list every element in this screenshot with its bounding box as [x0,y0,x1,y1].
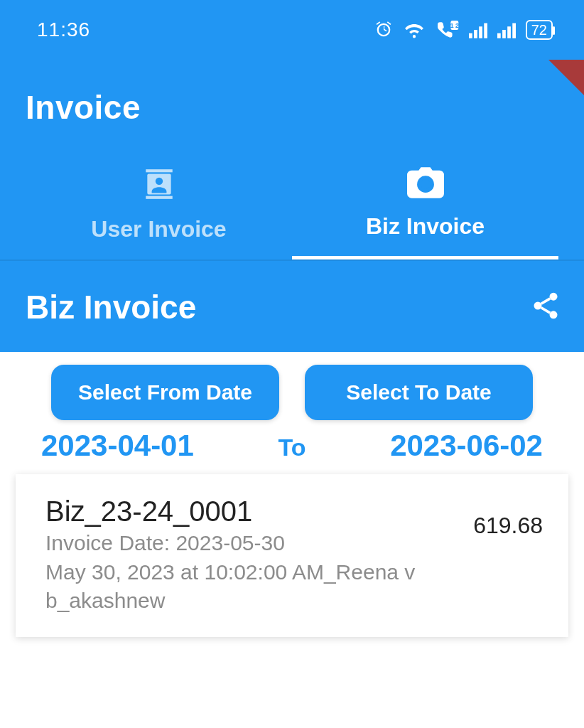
tab-label: Biz Invoice [366,213,485,240]
svg-rect-4 [479,26,482,38]
section-header: Biz Invoice [0,259,584,352]
select-from-date-button[interactable]: Select From Date [51,365,279,420]
camera-icon [407,166,444,199]
invoice-id: Biz_23-24_0001 [45,496,459,528]
svg-rect-10 [146,169,173,172]
tab-biz-invoice[interactable]: Biz Invoice [292,161,558,259]
app-header: Invoice User Invoice Biz Invoice [0,60,584,259]
status-bar: 11:36 1 2 72 [0,0,584,60]
svg-rect-7 [502,30,506,38]
share-icon[interactable] [530,290,561,324]
svg-point-17 [550,311,558,318]
svg-text:1 2: 1 2 [450,22,459,29]
tab-bar: User Invoice Biz Invoice [26,161,558,259]
svg-point-16 [534,302,542,310]
svg-point-13 [155,178,162,185]
invoice-detail-line: May 30, 2023 at 10:02:00 AM_Reena v b_ak… [45,558,459,616]
svg-rect-8 [507,26,511,38]
svg-point-15 [550,293,558,301]
signal-2-icon [497,21,516,38]
page-title: Invoice [26,88,558,127]
select-to-date-button[interactable]: Select To Date [305,365,533,420]
battery-indicator: 72 [526,20,553,40]
invoice-amount: 619.68 [473,496,543,616]
signal-1-icon [469,21,487,38]
svg-point-14 [421,179,431,189]
corner-ribbon [548,60,584,95]
svg-rect-6 [497,33,501,38]
tab-label: User Invoice [91,216,226,242]
invoice-date-line: Invoice Date: 2023-05-30 [45,529,459,558]
svg-rect-11 [146,196,173,199]
from-date-value: 2023-04-01 [41,429,194,463]
status-icons: 1 2 72 [374,20,553,40]
invoice-list: Biz_23-24_0001 Invoice Date: 2023-05-30 … [0,463,584,637]
svg-rect-9 [512,23,516,38]
to-date-value: 2023-06-02 [390,429,543,463]
date-range-separator: To [278,434,305,461]
wifi-icon [404,21,425,39]
tab-user-invoice[interactable]: User Invoice [26,161,292,259]
volte-icon: 1 2 [435,21,459,39]
contact-card-icon [141,166,177,202]
date-filter: Select From Date Select To Date 2023-04-… [0,352,584,463]
clock: 11:36 [37,18,90,41]
alarm-icon [374,20,394,40]
svg-rect-3 [474,30,477,38]
svg-rect-5 [484,23,487,38]
date-range-display: 2023-04-01 To 2023-06-02 [40,429,544,463]
invoice-card[interactable]: Biz_23-24_0001 Invoice Date: 2023-05-30 … [16,474,568,637]
svg-rect-2 [469,33,472,38]
section-title: Biz Invoice [26,288,196,326]
